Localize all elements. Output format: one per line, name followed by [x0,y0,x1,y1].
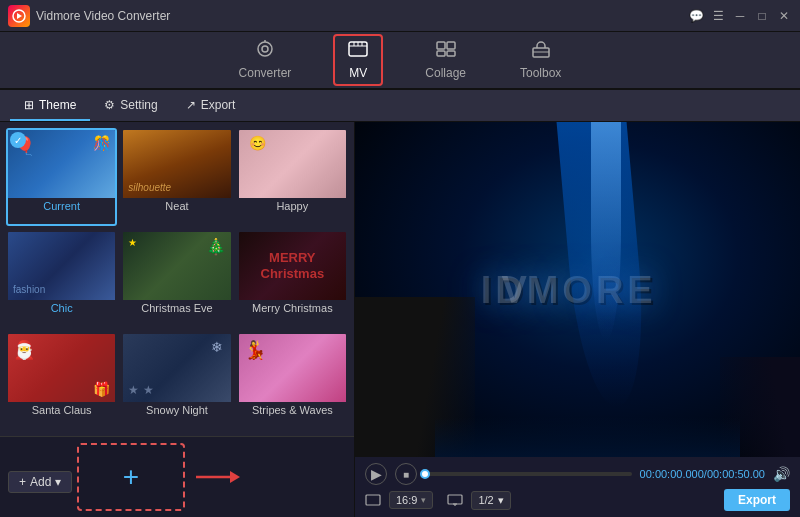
tab-collage-label: Collage [425,66,466,80]
arrow-indicator [196,467,240,487]
video-preview: IDMORE V [355,122,800,457]
resolution-chevron-icon: ▾ [498,494,504,507]
frame-icon [365,494,381,506]
setting-gear-icon: ⚙ [104,98,115,112]
theme-grid: 🎈 🎊 ✓ Current silhouette Neat 😊 Happy [0,122,354,436]
add-media-box[interactable]: + [77,443,185,511]
close-button[interactable]: ✕ [776,8,792,24]
bottom-panel: + Add ▾ + [0,436,354,517]
add-button[interactable]: + Add ▾ [8,471,72,493]
theme-current-label: Current [8,198,115,214]
theme-stripes-label: Stripes & Waves [239,402,346,418]
sub-tabs: ⊞ Theme ⚙ Setting ↗ Export [0,90,800,122]
theme-snowy-label: Snowy Night [123,402,230,418]
title-bar: Vidmore Video Converter 💬 ☰ ─ □ ✕ [0,0,800,32]
sub-tab-setting-label: Setting [120,98,157,112]
theme-chic[interactable]: fashion Chic [6,230,117,328]
sub-tab-setting[interactable]: ⚙ Setting [90,90,171,121]
ratio-chevron-icon: ▾ [421,495,426,505]
sub-tab-export[interactable]: ↗ Export [172,90,250,121]
tab-mv[interactable]: MV [333,34,383,86]
window-controls: 💬 ☰ ─ □ ✕ [688,8,792,24]
main-area: 🎈 🎊 ✓ Current silhouette Neat 😊 Happy [0,122,800,517]
theme-current[interactable]: 🎈 🎊 ✓ Current [6,128,117,226]
time-display: 00:00:00.000/00:00:50.00 [640,468,765,480]
svg-rect-10 [437,42,445,49]
tab-collage[interactable]: Collage [413,36,478,84]
resolution-value: 1/2 [478,494,493,506]
svg-marker-1 [17,13,22,19]
theme-santa-label: Santa Claus [8,402,115,418]
ratio-value: 16:9 [396,494,417,506]
theme-grid-icon: ⊞ [24,98,34,112]
theme-happy-label: Happy [239,198,346,214]
sub-tab-theme-label: Theme [39,98,76,112]
collage-icon [435,40,457,63]
chat-icon[interactable]: 💬 [688,8,704,24]
svg-rect-11 [447,42,455,49]
stop-button[interactable]: ■ [395,463,417,485]
progress-bar[interactable] [425,472,632,476]
nav-tabs: Converter MV Collage Toolbox [0,32,800,90]
converter-icon [254,40,276,63]
aspect-ratio-select[interactable]: 16:9 ▾ [389,491,433,509]
export-arrow-icon: ↗ [186,98,196,112]
theme-merry-christmas-label: Merry Christmas [239,300,346,316]
resolution-select[interactable]: 1/2 ▾ [471,491,510,510]
monitor-icon [447,494,463,506]
add-chevron-icon: ▾ [55,475,61,489]
theme-stripes-waves[interactable]: 💃 Stripes & Waves [237,332,348,430]
toolbox-icon [530,40,552,63]
tab-toolbox-label: Toolbox [520,66,561,80]
theme-chic-label: Chic [8,300,115,316]
add-media-plus-icon: + [123,461,139,493]
theme-neat-label: Neat [123,198,230,214]
play-button[interactable]: ▶ [365,463,387,485]
maximize-button[interactable]: □ [754,8,770,24]
export-button[interactable]: Export [724,489,790,511]
theme-santa-claus[interactable]: 🎅 🎁 Santa Claus [6,332,117,430]
svg-point-3 [262,46,268,52]
theme-merry-christmas[interactable]: MERRYChristmas Merry Christmas [237,230,348,328]
theme-neat[interactable]: silhouette Neat [121,128,232,226]
svg-rect-19 [448,495,462,504]
menu-icon[interactable]: ☰ [710,8,726,24]
svg-rect-13 [447,51,455,56]
app-logo [8,5,30,27]
tab-converter-label: Converter [239,66,292,80]
svg-rect-18 [366,495,380,505]
video-controls: ▶ ■ 00:00:00.000/00:00:50.00 🔊 16:9 [355,457,800,517]
minimize-button[interactable]: ─ [732,8,748,24]
theme-christmas-eve[interactable]: 🎄 ★ Christmas Eve [121,230,232,328]
svg-rect-12 [437,51,445,56]
progress-dot [420,469,430,479]
add-label: Add [30,475,51,489]
stop-icon: ■ [403,469,409,480]
svg-marker-17 [230,471,240,483]
app-title: Vidmore Video Converter [36,9,688,23]
mv-icon [347,40,369,63]
tab-converter[interactable]: Converter [227,36,304,84]
volume-icon[interactable]: 🔊 [773,466,790,482]
sub-tab-export-label: Export [201,98,236,112]
theme-happy[interactable]: 😊 Happy [237,128,348,226]
plus-icon: + [19,475,26,489]
add-area-row: + [77,443,185,511]
selected-check-icon: ✓ [10,132,26,148]
sub-tab-theme[interactable]: ⊞ Theme [10,90,90,121]
controls-row-2: 16:9 ▾ 1/2 ▾ Export [365,489,790,511]
theme-snowy-night[interactable]: ❄ ★ ★ Snowy Night [121,332,232,430]
right-panel: IDMORE V ▶ ■ 00:00:00.000/00:00:50.00 🔊 [355,122,800,517]
theme-christmas-eve-label: Christmas Eve [123,300,230,316]
left-panel: 🎈 🎊 ✓ Current silhouette Neat 😊 Happy [0,122,355,517]
tab-mv-label: MV [349,66,367,80]
controls-row-1: ▶ ■ 00:00:00.000/00:00:50.00 🔊 [365,463,790,485]
svg-point-2 [258,42,272,56]
tab-toolbox[interactable]: Toolbox [508,36,573,84]
play-icon: ▶ [371,466,382,482]
